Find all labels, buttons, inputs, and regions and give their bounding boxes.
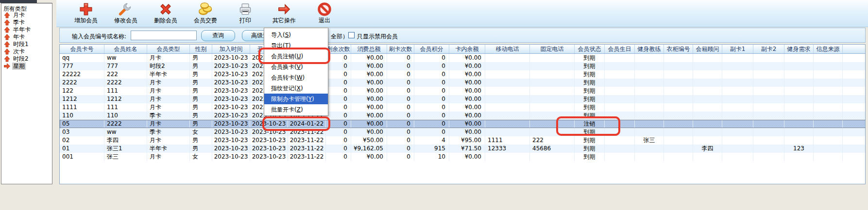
search-label: 输入会员编号或名称: (72, 32, 126, 41)
cell-固定电话 (530, 79, 575, 87)
show-disabled-members-checkbox[interactable] (348, 32, 355, 38)
column-header-移动电话[interactable]: 移动电话 (485, 45, 530, 53)
query-button[interactable]: 查询 (201, 30, 235, 41)
up-arrow-icon (4, 19, 11, 26)
column-header-性别[interactable]: 性别 (190, 45, 212, 53)
cell-会员卡号: 02 (60, 136, 104, 145)
menu-item-批量开卡[interactable]: 批量开卡(Z) (264, 104, 328, 115)
cell-会员生日 (605, 145, 635, 153)
search-input[interactable] (131, 31, 197, 40)
toolbar-button-删除会员[interactable]: 删除会员 (147, 1, 185, 26)
column-header-会员生日[interactable]: 会员生日 (605, 45, 635, 53)
cell-信息来源 (814, 145, 843, 153)
cell-移动电话 (485, 70, 530, 79)
table-row-122[interactable]: 122111月卡男2023-10-232023-10-232023-11-220… (60, 87, 866, 95)
cell-卡内余额: ¥0.00 (449, 120, 485, 128)
toolbar-button-退出[interactable]: 退出 (306, 1, 343, 26)
column-header-刷卡次数[interactable]: 刷卡次数 (387, 45, 414, 53)
column-header-健身需求[interactable]: 健身需求 (784, 45, 814, 53)
sidebar-item-半年卡[interactable]: 半年卡 (1, 26, 52, 33)
column-header-副卡2[interactable]: 副卡2 (753, 45, 784, 53)
cell-衣柜编号 (664, 120, 693, 128)
cell-卡内余额: ¥71.50 (449, 145, 485, 153)
table-row-001[interactable]: 001张三月卡女2023-10-232023-10-232023-11-220¥… (60, 153, 866, 161)
column-header-会员状态[interactable]: 会员状态 (575, 45, 605, 53)
cell-健身教练 (635, 120, 664, 128)
toolbar-button-修改会员[interactable]: 修改会员 (107, 1, 145, 26)
cell-会员状态: 到期 (575, 153, 605, 161)
other-actions-dropdown-menu: 导入(S)导出(T)会员注销(U)会员换卡(V)会员转卡(W)指纹登记(X)限制… (264, 28, 328, 116)
sidebar-tree-root[interactable]: 所有类型 (1, 3, 52, 12)
sidebar-item-次卡[interactable]: 次卡 (1, 48, 52, 55)
cell-剩余次数: 0 (326, 95, 351, 103)
column-header-加入时间[interactable]: 加入时间 (212, 45, 250, 53)
column-header-消费总额[interactable]: 消费总额 (351, 45, 387, 53)
column-header-会籍顾问[interactable]: 会籍顾问 (693, 45, 722, 53)
toolbar-button-打印[interactable]: 打印 (226, 1, 264, 26)
sidebar-item-年卡[interactable]: 年卡 (1, 33, 52, 41)
sidebar-item-时段2[interactable]: 时段2 (1, 55, 52, 63)
sidebar-item-月卡[interactable]: 月卡 (1, 12, 52, 19)
table-row-01[interactable]: 01张三1半年卡男2023-10-232023-10-232023-11-220… (60, 145, 866, 153)
table-row-22222[interactable]: 22222222半年卡男2023-10-232023-10-232023-11-… (60, 70, 866, 79)
cell-会员状态: 到期 (575, 62, 605, 70)
column-header-会员类型[interactable]: 会员类型 (147, 45, 190, 53)
cell-加入时间: 2023-10-23 (212, 112, 250, 120)
sidebar-item-时段1[interactable]: 时段1 (1, 41, 52, 48)
menu-item-会员换卡[interactable]: 会员换卡(V) (264, 62, 328, 72)
column-header-健身教练[interactable]: 健身教练 (635, 45, 664, 53)
table-row-2222[interactable]: 22222222月卡男2023-10-232023-10-232023-11-2… (60, 79, 866, 87)
column-header-剩余次数[interactable]: 剩余次数 (326, 45, 351, 53)
table-row-05[interactable]: 052222月卡男2023-10-232023-10-232024-01-220… (60, 120, 866, 128)
column-header-副卡1[interactable]: 副卡1 (722, 45, 753, 53)
table-row-qq[interactable]: qqww月卡男2023-10-232023-10-232023-11-220¥0… (60, 54, 866, 62)
sidebar-item-季卡[interactable]: 季卡 (1, 19, 52, 26)
cell-会籍顾问: 李四 (693, 145, 722, 153)
cell-性别: 男 (190, 54, 212, 62)
table-row-02[interactable]: 02李四月卡男2023-10-232023-10-232023-11-220¥5… (60, 136, 866, 145)
menu-item-会员转卡[interactable]: 会员转卡(W) (264, 72, 328, 83)
menu-item-指纹登记[interactable]: 指纹登记(X) (264, 83, 328, 94)
table-row-1212[interactable]: 12121212月卡男2023-10-232023-10-232023-11-2… (60, 95, 866, 103)
menu-item-导入[interactable]: 导入(S) (264, 30, 328, 40)
cell-刷卡次数: 0 (387, 128, 414, 136)
right-arrow-icon (4, 63, 11, 69)
table-row-03[interactable]: 03ww季卡女2023-10-232023-10-232023-11-220¥0… (60, 128, 866, 136)
cell-刷卡次数: 0 (387, 79, 414, 87)
cell-健身需求 (784, 136, 814, 145)
cell-消费总额: ¥9,162.05 (351, 145, 387, 153)
column-header-信息来源[interactable]: 信息来源 (814, 45, 843, 53)
cell-剩余次数: 0 (326, 128, 351, 136)
table-row-1111[interactable]: 1111111月卡男2023-10-232023-10-232023-11-22… (60, 103, 866, 112)
cell-固定电话 (530, 70, 575, 79)
menu-item-导出[interactable]: 导出(T) (264, 40, 328, 51)
sidebar-tree-items: 月卡季卡半年卡年卡时段1次卡时段2星期 (1, 12, 52, 70)
cell-会员姓名: ww (104, 54, 147, 62)
toolbar-button-label: 打印 (226, 17, 264, 24)
up-arrow-icon (4, 48, 11, 55)
toolbar-button-会员交费[interactable]: 会员交费 (187, 1, 224, 26)
cell-会员类型: 季卡 (147, 128, 190, 136)
cell-会员生日 (605, 112, 635, 120)
cell-卡内余额: ¥0.00 (449, 128, 485, 136)
cell-卡内余额: ¥0.00 (449, 95, 485, 103)
toolbar-button-其它操作[interactable]: 其它操作 (265, 1, 303, 26)
column-header-固定电话[interactable]: 固定电话 (530, 45, 575, 53)
cell-会员类型: 月卡 (147, 54, 190, 62)
cell-剩余次数: 0 (326, 103, 351, 112)
column-header-会员卡号[interactable]: 会员卡号 (60, 45, 104, 53)
table-row-777[interactable]: 777777时段2男2023-10-232023-10-232023-11-22… (60, 62, 866, 70)
sidebar-item-星期[interactable]: 星期 (1, 63, 52, 70)
column-header-卡内余额[interactable]: 卡内余额 (449, 45, 485, 53)
column-header-会员姓名[interactable]: 会员姓名 (104, 45, 147, 53)
cell-会员积分: 0 (414, 112, 449, 120)
toolbar-button-增加会员[interactable]: 增加会员 (67, 1, 105, 26)
cell-会员卡号: 001 (60, 153, 104, 161)
column-header-会员积分[interactable]: 会员积分 (414, 45, 449, 53)
cell-会员状态: 到期 (575, 87, 605, 95)
cell-刷卡次数: 0 (387, 95, 414, 103)
menu-item-会员注销[interactable]: 会员注销(U) (264, 51, 328, 62)
column-header-衣柜编号[interactable]: 衣柜编号 (664, 45, 693, 53)
table-row-110[interactable]: 110110季卡男2023-10-232023-10-232023-11-220… (60, 112, 866, 120)
menu-item-限制办卡管理[interactable]: 限制办卡管理(Y) (264, 94, 328, 104)
